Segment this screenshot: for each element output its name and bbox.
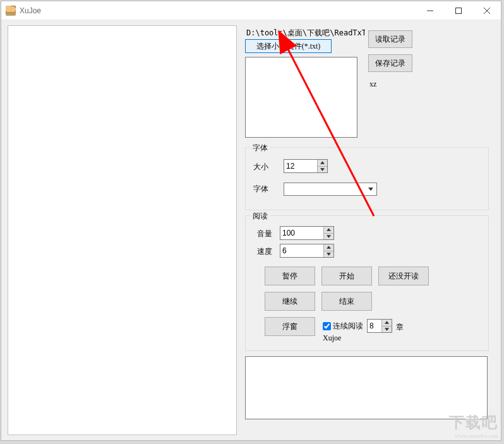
select-file-button[interactable]: 选择小说文件(*.txt) [245,39,332,53]
svg-marker-9 [327,246,331,249]
speed-label: 速度 [257,246,272,257]
chapter-suffix-label: 章 [396,322,404,333]
save-record-button[interactable]: 保存记录 [368,54,412,72]
continuous-read-checkbox[interactable]: 连续阅读 [323,321,363,332]
chapter-spinner[interactable]: 8 [367,319,392,333]
svg-marker-11 [385,321,389,324]
spin-up-icon[interactable] [381,320,392,327]
volume-label: 音量 [257,229,272,239]
spin-down-icon[interactable] [317,167,327,173]
font-group-legend: 字体 [251,143,270,153]
watermark-url: www.xiazaiba.com [449,433,498,439]
end-button[interactable]: 结束 [321,292,372,311]
spin-up-icon[interactable] [323,227,333,234]
maximize-button[interactable] [444,1,472,20]
window-controls [416,1,501,20]
chapter-value: 8 [369,321,374,330]
xz-label: xz [369,80,376,89]
output-textarea[interactable] [245,356,488,419]
file-listbox[interactable] [245,57,357,138]
volume-value: 100 [282,229,295,237]
spin-down-icon[interactable] [323,251,333,258]
spin-down-icon[interactable] [323,234,333,240]
svg-marker-6 [368,188,373,191]
signature-label: Xujoe [323,333,341,343]
volume-spinner[interactable]: 100 [280,226,334,240]
preview-pane[interactable] [8,25,237,435]
close-button[interactable] [472,1,501,20]
watermark: 下载吧 www.xiazaiba.com [449,412,498,439]
minimize-button[interactable] [416,1,444,20]
continue-button[interactable]: 继续 [265,292,315,311]
speed-value: 6 [282,246,287,255]
svg-marker-10 [327,253,331,255]
not-read-yet-button[interactable]: 还没开读 [378,267,429,285]
continuous-read-input[interactable] [323,322,331,330]
font-face-combo[interactable] [284,183,377,196]
app-icon [6,6,16,16]
font-size-value: 12 [286,162,294,171]
pause-button[interactable]: 暂停 [265,267,315,285]
svg-marker-12 [385,328,389,330]
titlebar: XuJoe [1,1,501,20]
chevron-down-icon [366,184,375,194]
font-group: 字体 大小 12 字体 [245,147,489,210]
spin-up-icon[interactable] [317,160,327,167]
font-size-spinner[interactable]: 12 [284,159,328,173]
font-size-label: 大小 [253,162,268,172]
svg-marker-8 [327,235,331,237]
watermark-text: 下载吧 [449,414,498,431]
app-window: XuJoe D:\tools\桌面\下载吧\ReadTxT1.0 选择小说文件(… [1,1,501,441]
continuous-read-label: 连续阅读 [333,321,363,332]
client-area: D:\tools\桌面\下载吧\ReadTxT1.0 选择小说文件(*.txt)… [1,20,501,440]
window-title: XuJoe [20,6,41,15]
float-window-button[interactable]: 浮窗 [265,317,315,336]
svg-marker-7 [327,229,331,231]
file-path-label: D:\tools\桌面\下载吧\ReadTxT1.0 [246,28,365,39]
controls-panel: D:\tools\桌面\下载吧\ReadTxT1.0 选择小说文件(*.txt)… [245,25,495,435]
read-group: 阅读 音量 100 速度 6 暂停 [245,215,489,351]
read-group-legend: 阅读 [251,211,270,222]
spin-up-icon[interactable] [323,244,333,251]
read-record-button[interactable]: 读取记录 [368,30,412,48]
spin-down-icon[interactable] [381,327,392,333]
start-button[interactable]: 开始 [321,267,372,285]
svg-marker-4 [320,162,325,164]
speed-spinner[interactable]: 6 [280,244,334,258]
svg-rect-1 [455,8,461,14]
svg-marker-5 [320,168,325,171]
font-face-label: 字体 [253,184,268,195]
